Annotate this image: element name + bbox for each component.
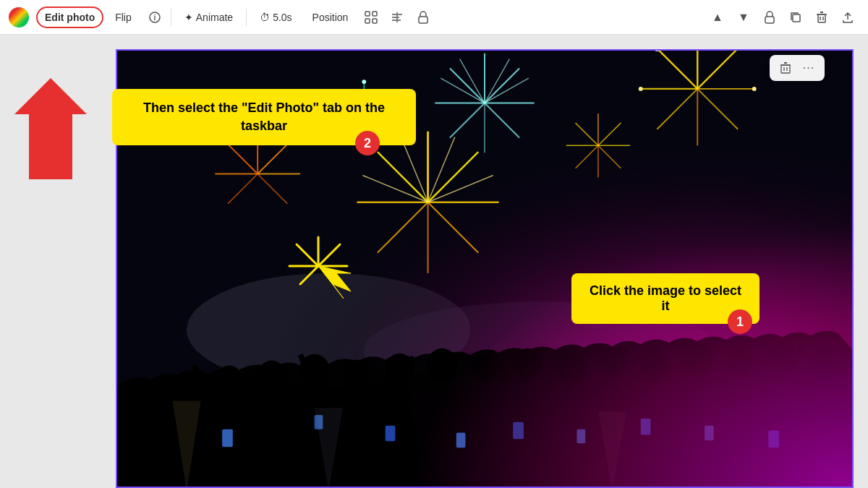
callout2-text: Click the image to select it: [590, 283, 741, 313]
svg-point-93: [216, 365, 242, 393]
svg-point-94: [258, 361, 286, 392]
svg-point-106: [768, 343, 796, 374]
svg-point-98: [427, 348, 458, 382]
main-content-area: ··· Then select the "Edit Photo" tab on …: [0, 35, 868, 488]
divider-2: [246, 9, 247, 26]
svg-point-45: [639, 87, 643, 91]
share-right-icon[interactable]: [836, 6, 859, 29]
svg-rect-2: [365, 12, 370, 16]
svg-rect-11: [765, 17, 774, 23]
red-arrow-annotation: [14, 78, 101, 182]
svg-point-96: [344, 360, 370, 388]
svg-rect-85: [386, 426, 396, 442]
svg-rect-89: [641, 419, 651, 435]
lock-icon-button[interactable]: [412, 6, 435, 29]
flip-button[interactable]: Flip: [106, 7, 140, 28]
svg-line-123: [318, 244, 340, 266]
image-floating-toolbar: ···: [770, 55, 825, 81]
svg-marker-121: [14, 78, 87, 179]
timer-button[interactable]: ⏱5.0s: [251, 7, 300, 28]
lock-right-icon[interactable]: [758, 6, 781, 29]
animate-button[interactable]: ✦Animate: [176, 7, 242, 28]
position-button[interactable]: Position: [304, 7, 357, 28]
grid-icon-button[interactable]: [359, 6, 383, 29]
callout-box-edit-photo: Then select the "Edit Photo" tab on the …: [112, 89, 416, 145]
svg-rect-83: [222, 429, 233, 448]
svg-point-99: [472, 355, 497, 383]
callout-box-click-image: Click the image to select it 1: [571, 273, 760, 324]
callout1-text: Then select the "Edit Photo" tab on the …: [143, 100, 385, 133]
svg-point-101: [554, 350, 585, 384]
svg-line-113: [684, 344, 698, 374]
svg-point-105: [727, 348, 752, 377]
svg-rect-12: [793, 14, 800, 22]
svg-rect-88: [577, 429, 586, 444]
svg-point-104: [682, 343, 713, 377]
svg-line-112: [613, 348, 627, 376]
up-icon[interactable]: ▲: [706, 6, 729, 29]
edit-photo-button[interactable]: Edit photo: [36, 7, 103, 28]
align-icon-button[interactable]: [386, 6, 409, 29]
step-badge-1: 1: [728, 309, 752, 334]
svg-text:i: i: [153, 14, 156, 22]
svg-rect-5: [373, 19, 377, 23]
svg-rect-3: [373, 12, 377, 16]
svg-point-44: [752, 87, 757, 91]
svg-point-107: [809, 345, 841, 379]
svg-point-103: [641, 350, 669, 381]
svg-rect-115: [781, 65, 790, 73]
delete-right-icon[interactable]: [810, 6, 833, 29]
info-button[interactable]: i: [143, 6, 166, 29]
svg-rect-87: [513, 422, 524, 440]
svg-line-125: [297, 244, 318, 266]
image-delete-button[interactable]: [775, 58, 796, 78]
svg-marker-128: [318, 266, 351, 299]
svg-rect-91: [768, 431, 779, 448]
divider-1: [171, 9, 171, 26]
main-toolbar: Edit photo Flip i ✦Animate ⏱5.0s Positio…: [0, 0, 868, 35]
svg-point-73: [362, 80, 366, 84]
image-more-button[interactable]: ···: [799, 58, 819, 78]
svg-rect-10: [419, 17, 427, 23]
svg-rect-13: [818, 14, 825, 22]
svg-rect-4: [365, 19, 370, 23]
toolbar-right-section: ▲ ▼: [706, 6, 859, 29]
click-indicator-annotation: [282, 230, 354, 305]
app-logo[interactable]: [9, 7, 29, 27]
svg-point-102: [600, 348, 625, 376]
svg-line-114: [790, 344, 804, 372]
down-icon[interactable]: ▼: [732, 6, 755, 29]
svg-rect-86: [456, 433, 466, 448]
svg-rect-90: [705, 426, 714, 441]
svg-line-127: [300, 266, 318, 284]
svg-point-100: [513, 348, 541, 380]
svg-line-111: [492, 351, 506, 381]
copy-right-icon[interactable]: [784, 6, 807, 29]
